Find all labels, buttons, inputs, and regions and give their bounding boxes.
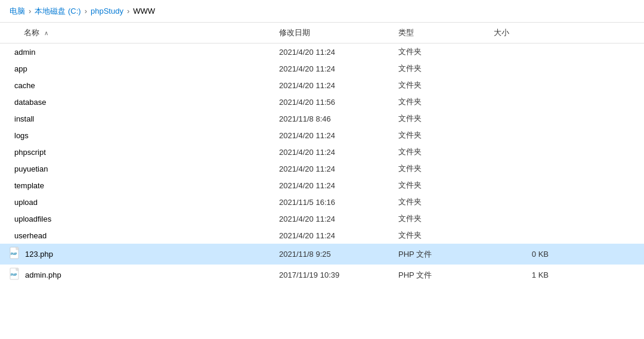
file-name-cell: PHP 123.php (0, 245, 274, 263)
php-file-icon: PHP (10, 268, 20, 282)
file-name-cell: app (0, 63, 274, 75)
svg-text:PHP: PHP (11, 273, 17, 276)
file-date-cell: 2021/4/20 11:24 (274, 63, 394, 75)
file-date-cell: 2021/11/5 16:16 (274, 196, 394, 209)
breadcrumb-sep-1: › (29, 7, 31, 15)
file-date-cell: 2021/4/20 11:56 (274, 96, 394, 108)
file-list: admin2021/4/20 11:24文件夹 app2021/4/20 11:… (0, 43, 644, 339)
file-name-cell: uploadfiles (0, 213, 274, 225)
file-size-cell (489, 167, 561, 170)
file-date-cell: 2021/4/20 11:24 (274, 46, 394, 58)
file-name-text: uploadfiles (14, 214, 51, 223)
file-name-cell: userhead (0, 229, 274, 242)
file-size-cell (489, 200, 561, 204)
svg-text:PHP: PHP (11, 252, 17, 256)
file-date-cell: 2021/4/20 11:24 (274, 79, 394, 92)
file-name-text: app (14, 64, 27, 73)
file-size-cell (489, 83, 561, 87)
file-row[interactable]: admin2021/4/20 11:24文件夹 (0, 43, 644, 60)
file-row[interactable]: cache2021/4/20 11:24文件夹 (0, 77, 644, 94)
file-name-text: database (14, 98, 47, 107)
file-type-cell: 文件夹 (394, 161, 489, 176)
file-name-text: upload (14, 198, 38, 207)
file-name-cell: phpscript (0, 146, 274, 158)
file-date-cell: 2021/4/20 11:24 (274, 146, 394, 158)
file-type-cell: 文件夹 (394, 128, 489, 142)
file-name-text: phpscript (14, 148, 46, 157)
file-type-cell: 文件夹 (394, 228, 489, 242)
file-date-cell: 2021/4/20 11:24 (274, 229, 394, 242)
file-row[interactable]: PHP admin.php2017/11/19 10:39PHP 文件1 KB (0, 265, 644, 285)
file-name-cell: admin (0, 46, 274, 58)
file-type-cell: 文件夹 (394, 212, 489, 226)
file-name-cell: PHP admin.php (0, 266, 274, 284)
file-size-cell (489, 234, 561, 237)
file-size-cell: 1 KB (489, 269, 561, 281)
file-name-text: userhead (14, 231, 47, 240)
file-date-cell: 2021/4/20 11:24 (274, 179, 394, 192)
sort-arrow-icon: ∧ (44, 30, 48, 36)
file-type-cell: 文件夹 (394, 195, 489, 209)
file-name-text: 123.php (25, 250, 53, 259)
file-name-text: admin (14, 48, 35, 57)
file-name-text: cache (14, 81, 35, 90)
file-type-cell: 文件夹 (394, 45, 489, 59)
file-name-text: admin.php (25, 270, 61, 279)
file-row[interactable]: template2021/4/20 11:24文件夹 (0, 177, 644, 194)
file-size-cell (489, 184, 561, 187)
file-name-text: logs (14, 131, 29, 140)
file-size-cell (489, 117, 561, 120)
column-headers: 名称 ∧ 修改日期 类型 大小 (0, 23, 644, 43)
file-name-cell: upload (0, 196, 274, 209)
file-row[interactable]: database2021/4/20 11:56文件夹 (0, 94, 644, 110)
file-type-cell: 文件夹 (394, 61, 489, 76)
col-header-date[interactable]: 修改日期 (274, 25, 394, 41)
breadcrumb-sep-3: › (127, 7, 129, 15)
file-date-cell: 2021/4/20 11:24 (274, 213, 394, 225)
breadcrumb: 电脑 › 本地磁盘 (C:) › phpStudy › WWW (0, 0, 644, 23)
file-date-cell: 2021/11/8 9:25 (274, 248, 394, 260)
breadcrumb-item-c[interactable]: 本地磁盘 (C:) (35, 6, 80, 17)
file-date-cell: 2021/11/8 8:46 (274, 113, 394, 125)
file-name-text: template (14, 181, 44, 190)
php-file-icon: PHP (10, 247, 20, 262)
file-row[interactable]: userhead2021/4/20 11:24文件夹 (0, 227, 644, 244)
file-size-cell (489, 67, 561, 70)
file-name-text: puyuetian (14, 164, 48, 173)
file-date-cell: 2021/4/20 11:24 (274, 129, 394, 142)
file-row[interactable]: puyuetian2021/4/20 11:24文件夹 (0, 160, 644, 177)
file-name-cell: cache (0, 79, 274, 92)
file-name-cell: logs (0, 129, 274, 142)
file-name-text: install (14, 114, 34, 123)
file-type-cell: 文件夹 (394, 178, 489, 192)
svg-rect-26 (16, 247, 18, 250)
file-type-cell: PHP 文件 (394, 268, 489, 282)
file-row[interactable]: phpscript2021/4/20 11:24文件夹 (0, 144, 644, 160)
file-size-cell (489, 50, 561, 54)
file-name-cell: template (0, 179, 274, 192)
breadcrumb-item-pc[interactable]: 电脑 (10, 6, 25, 17)
file-row[interactable]: PHP 123.php2021/11/8 9:25PHP 文件0 KB (0, 244, 644, 265)
file-size-cell (489, 217, 561, 220)
file-row[interactable]: uploadfiles2021/4/20 11:24文件夹 (0, 210, 644, 227)
file-type-cell: 文件夹 (394, 145, 489, 159)
svg-rect-30 (16, 268, 18, 270)
file-type-cell: PHP 文件 (394, 247, 489, 262)
col-header-size[interactable]: 大小 (489, 25, 561, 41)
breadcrumb-sep-2: › (85, 7, 87, 15)
file-row[interactable]: app2021/4/20 11:24文件夹 (0, 60, 644, 77)
file-explorer: 名称 ∧ 修改日期 类型 大小 admin2021/4/20 11:24文件夹 (0, 23, 644, 339)
file-name-cell: puyuetian (0, 163, 274, 175)
file-size-cell (489, 150, 561, 154)
file-size-cell (489, 100, 561, 104)
file-date-cell: 2017/11/19 10:39 (274, 269, 394, 281)
file-type-cell: 文件夹 (394, 78, 489, 92)
file-type-cell: 文件夹 (394, 111, 489, 126)
file-row[interactable]: logs2021/4/20 11:24文件夹 (0, 127, 644, 144)
breadcrumb-item-phpstudy[interactable]: phpStudy (91, 7, 123, 15)
file-row[interactable]: install2021/11/8 8:46文件夹 (0, 110, 644, 127)
col-header-name[interactable]: 名称 ∧ (0, 25, 274, 41)
col-header-type[interactable]: 类型 (394, 25, 489, 41)
file-row[interactable]: upload2021/11/5 16:16文件夹 (0, 194, 644, 210)
file-name-cell: install (0, 113, 274, 125)
